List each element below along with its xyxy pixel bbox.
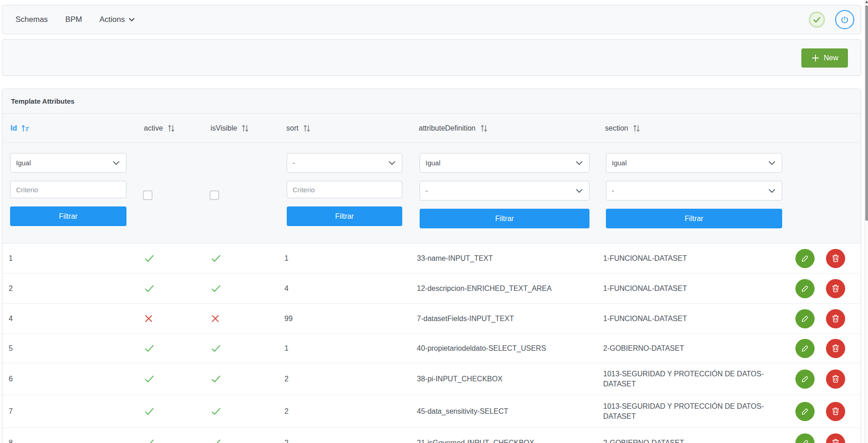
new-button-label: New xyxy=(824,54,838,62)
delete-button[interactable] xyxy=(826,279,845,298)
id-criteria-input[interactable] xyxy=(10,181,126,198)
pencil-icon xyxy=(800,344,810,353)
cell-actions xyxy=(784,304,861,333)
chevron-down-icon xyxy=(129,18,135,21)
trash-icon xyxy=(831,438,840,443)
delete-button[interactable] xyxy=(826,369,845,389)
chevron-down-icon xyxy=(112,161,120,165)
sort-arrows-icon xyxy=(303,125,310,132)
nav-item-bpm[interactable]: BPM xyxy=(57,15,91,24)
navbar: Schemas BPM Actions xyxy=(2,5,861,34)
power-button[interactable] xyxy=(835,10,854,29)
chevron-down-icon xyxy=(768,161,776,165)
cell-attributedefinition: 45-data_sensitivity-SELECT xyxy=(410,395,597,427)
delete-button[interactable] xyxy=(826,433,845,443)
table-header-row: Id active isVisible xyxy=(2,114,861,143)
panel-title: Template Attributes xyxy=(11,97,74,105)
edit-button[interactable] xyxy=(795,339,815,358)
cell-actions xyxy=(784,334,861,363)
cell-active xyxy=(136,334,202,363)
cell-id: 2 xyxy=(2,274,136,303)
trash-icon xyxy=(831,284,840,293)
cell-sort: 99 xyxy=(278,304,410,333)
attributedefinition-value-select[interactable]: - xyxy=(420,181,589,200)
cell-section: 1-FUNCIONAL-DATASET xyxy=(597,243,784,273)
status-valid-badge-icon xyxy=(809,11,825,28)
sort-operator-select[interactable]: - xyxy=(287,153,402,173)
cell-attributedefinition: 7-datasetFields-INPUT_TEXT xyxy=(410,304,597,333)
table-row: 2 4 12-descripcion-ENRICHED_TEXT_AREA 1-… xyxy=(2,274,861,304)
column-header-attributedefinition[interactable]: attributeDefinition xyxy=(410,114,597,142)
column-header-id[interactable]: Id xyxy=(2,114,136,142)
section-operator-select[interactable]: Igual xyxy=(606,153,782,173)
column-header-section[interactable]: section xyxy=(597,114,784,142)
sort-criteria-input[interactable] xyxy=(287,181,402,198)
column-header-sort[interactable]: sort xyxy=(278,114,410,142)
nav-item-schemas[interactable]: Schemas xyxy=(7,15,57,24)
new-button[interactable]: New xyxy=(801,48,848,68)
column-header-active[interactable]: active xyxy=(136,114,202,142)
table-row: 7 2 45-data_sensitivity-SELECT 1013-SEGU… xyxy=(2,395,861,428)
delete-button[interactable] xyxy=(826,249,845,268)
id-filter-button[interactable]: Filtrar xyxy=(10,206,126,226)
delete-button[interactable] xyxy=(826,402,845,421)
isvisible-filter-checkbox[interactable] xyxy=(210,190,219,200)
delete-button[interactable] xyxy=(826,339,845,358)
cell-section: 1013-SEGURIDAD Y PROTECCIÓN DE DATOS-DAT… xyxy=(597,395,784,427)
column-header-isvisible[interactable]: isVisible xyxy=(202,114,278,142)
section-value-select[interactable]: - xyxy=(606,181,782,200)
cell-section: 1-FUNCIONAL-DATASET xyxy=(597,304,784,333)
check-icon xyxy=(211,254,221,262)
edit-button[interactable] xyxy=(795,309,815,328)
filter-cell-id: Igual Filtrar xyxy=(2,143,136,243)
cell-isvisible xyxy=(202,274,278,303)
delete-button[interactable] xyxy=(826,309,845,328)
filter-cell-isvisible xyxy=(202,143,278,243)
vertical-scrollbar[interactable] xyxy=(864,0,868,443)
id-operator-select[interactable]: Igual xyxy=(10,153,126,173)
nav-item-actions[interactable]: Actions xyxy=(91,15,144,24)
sort-filter-button[interactable]: Filtrar xyxy=(287,206,402,226)
cell-id: 4 xyxy=(2,304,136,333)
edit-button[interactable] xyxy=(795,369,815,389)
cell-actions xyxy=(784,243,861,273)
table-row: 1 1 33-name-INPUT_TEXT 1-FUNCIONAL-DATAS… xyxy=(2,243,861,274)
attributedefinition-filter-button[interactable]: Filtrar xyxy=(420,209,589,228)
check-icon xyxy=(211,344,221,352)
edit-button[interactable] xyxy=(795,402,815,421)
edit-button[interactable] xyxy=(795,279,815,298)
scrollbar-thumb[interactable] xyxy=(865,5,868,221)
chevron-down-icon xyxy=(768,189,776,193)
attributedefinition-operator-select[interactable]: Igual xyxy=(420,153,589,173)
cell-isvisible xyxy=(202,363,278,395)
cell-isvisible xyxy=(202,334,278,363)
cell-attributedefinition: 33-name-INPUT_TEXT xyxy=(410,243,597,273)
pencil-icon xyxy=(800,438,810,443)
attributedefinition-operator-value: Igual xyxy=(426,159,441,167)
check-icon xyxy=(144,375,154,383)
trash-icon xyxy=(831,314,840,323)
check-icon xyxy=(211,439,221,443)
check-icon xyxy=(144,407,154,415)
active-filter-checkbox[interactable] xyxy=(143,190,153,200)
section-operator-value: Igual xyxy=(612,159,627,167)
section-filter-button[interactable]: Filtrar xyxy=(606,209,782,228)
pencil-icon xyxy=(800,284,810,293)
table-filter-row: Igual Filtrar - xyxy=(2,143,861,243)
section-value: - xyxy=(612,187,614,195)
edit-button[interactable] xyxy=(795,433,815,443)
sort-arrows-icon xyxy=(168,125,175,132)
panel-header: Template Attributes xyxy=(2,89,861,114)
edit-button[interactable] xyxy=(795,249,815,268)
trash-icon xyxy=(831,374,840,383)
column-header-actions xyxy=(784,114,861,142)
check-icon xyxy=(144,344,154,352)
trash-icon xyxy=(831,407,840,416)
column-header-isvisible-label: isVisible xyxy=(210,124,237,132)
cell-actions xyxy=(784,274,861,303)
table-head: Id active isVisible xyxy=(2,114,861,243)
scrollbar-up-arrow-icon[interactable] xyxy=(865,0,868,3)
table-row: 6 2 38-pi-INPUT_CHECKBOX 1013-SEGURIDAD … xyxy=(2,363,861,395)
cell-id: 1 xyxy=(2,243,136,273)
filter-cell-attributedefinition: Igual - Filtrar xyxy=(410,143,597,243)
